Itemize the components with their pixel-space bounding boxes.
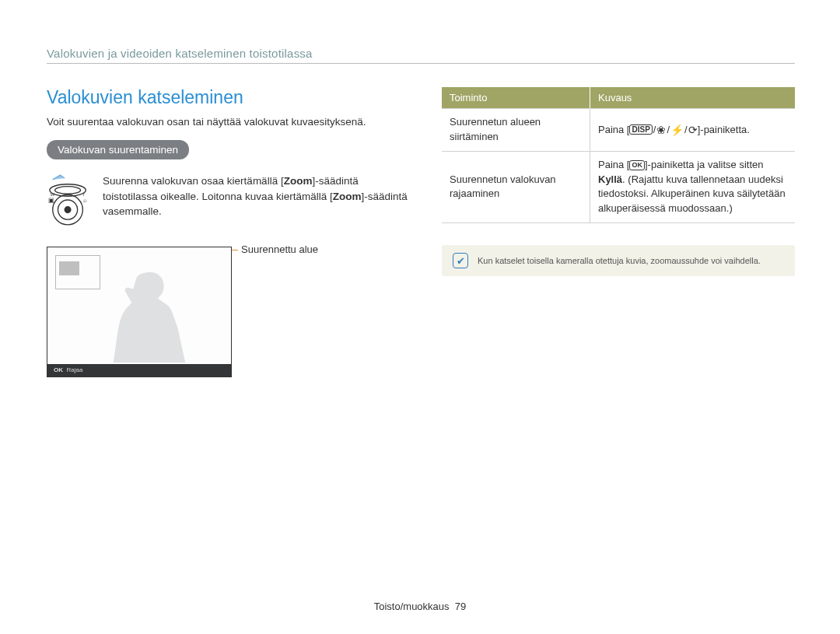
function-table: Toiminto Kuvaus Suurennetun alueen siirt…: [442, 87, 795, 223]
annotation-label: Suurennettu alue: [241, 243, 318, 255]
svg-text:▣: ▣: [48, 197, 54, 204]
note-text: Kun katselet toisella kameralla otettuja…: [478, 256, 761, 265]
svg-point-4: [65, 207, 71, 213]
preview-footer: OK Rajaa: [47, 364, 231, 377]
photo-preview: OK Rajaa: [47, 247, 232, 377]
disp-button-icon: DISP: [629, 124, 652, 135]
svg-point-1: [55, 187, 81, 194]
ok-button-icon: OK: [629, 160, 645, 170]
table-cell-func2: Suurennetun valokuvan rajaaminen: [442, 151, 590, 222]
svg-text:⌕: ⌕: [83, 197, 87, 204]
table-cell-desc1: Paina [DISP/❀/⚡/⟳]-painiketta.: [590, 109, 796, 152]
zoom-instruction-text: Suurenna valokuvan osaa kiertämällä [Zoo…: [103, 173, 412, 219]
silhouette-figure: [108, 271, 186, 363]
right-column: Toiminto Kuvaus Suurennetun alueen siirt…: [442, 87, 795, 377]
subheading-pill: Valokuvan suurentaminen: [47, 140, 189, 159]
page-footer: Toisto/muokkaus 79: [0, 601, 840, 612]
zoom-region-fill: [59, 261, 79, 275]
page-header: Valokuvien ja videoiden katseleminen toi…: [47, 47, 795, 64]
left-column: Valokuvien katseleminen Voit suurentaa v…: [47, 87, 412, 377]
flower-down-icon: ❀: [656, 124, 666, 136]
table-cell-func1: Suurennetun alueen siirtäminen: [442, 109, 590, 152]
table-row: Suurennetun valokuvan rajaaminen Paina […: [442, 151, 795, 222]
note-check-icon: ✔: [453, 253, 468, 268]
note-box: ✔ Kun katselet toisella kameralla otettu…: [442, 245, 795, 276]
intro-text: Voit suurentaa valokuvan osan tai näyttä…: [47, 116, 412, 128]
flash-left-icon: ⚡: [670, 124, 684, 136]
table-row: Suurennetun alueen siirtäminen Paina [DI…: [442, 109, 795, 152]
zoom-region-outline: [55, 255, 100, 289]
table-cell-desc2: Paina [OK]-painiketta ja valitse sitten …: [590, 151, 796, 222]
preview-footer-label: Rajaa: [66, 366, 82, 373]
section-title: Valokuvien katseleminen: [47, 87, 412, 108]
table-header-col1: Toiminto: [442, 87, 590, 109]
ok-label: OK: [54, 366, 63, 373]
annotation-area: Suurennettu alue OK Rajaa: [47, 247, 412, 377]
table-header-col2: Kuvaus: [590, 87, 796, 109]
zoom-dial-icon: W ▣ T ⌕: [47, 173, 92, 231]
timer-right-icon: ⟳: [688, 124, 698, 136]
